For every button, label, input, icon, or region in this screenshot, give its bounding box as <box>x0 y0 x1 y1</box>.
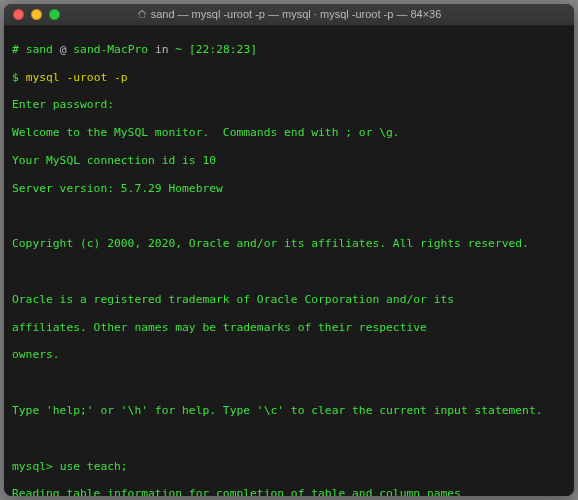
blank-line: . <box>12 432 568 446</box>
output-line: Copyright (c) 2000, 2020, Oracle and/or … <box>12 237 568 251</box>
terminal-window: sand — mysql -uroot -p — mysql · mysql -… <box>4 4 574 496</box>
blank-line: . <box>12 265 568 279</box>
output-line: Your MySQL connection id is 10 <box>12 154 568 168</box>
output-line: affiliates. Other names may be trademark… <box>12 321 568 335</box>
prompt-host: sand-MacPro <box>73 43 148 56</box>
output-line: owners. <box>12 348 568 362</box>
prompt-dollar: $ <box>12 71 19 84</box>
terminal-body[interactable]: # sand @ sand-MacPro in ~ [22:28:23] $ m… <box>4 26 574 496</box>
sql-statement: use teach; <box>60 460 128 473</box>
output-line: Server version: 5.7.29 Homebrew <box>12 182 568 196</box>
prompt-time: [22:28:23] <box>189 43 257 56</box>
traffic-lights <box>4 9 60 20</box>
output-line: Oracle is a registered trademark of Orac… <box>12 293 568 307</box>
home-icon <box>137 9 147 21</box>
prompt-at: @ <box>60 43 67 56</box>
window-title: sand — mysql -uroot -p — mysql · mysql -… <box>4 8 574 21</box>
blank-line: . <box>12 376 568 390</box>
prompt-line-1: # sand @ sand-MacPro in ~ [22:28:23] <box>12 43 568 57</box>
output-line: Enter password: <box>12 98 568 112</box>
close-icon[interactable] <box>13 9 24 20</box>
prompt-in: in <box>155 43 169 56</box>
window-title-text: sand — mysql -uroot -p — mysql · mysql -… <box>151 8 442 20</box>
maximize-icon[interactable] <box>49 9 60 20</box>
output-line: Welcome to the MySQL monitor. Commands e… <box>12 126 568 140</box>
titlebar[interactable]: sand — mysql -uroot -p — mysql · mysql -… <box>4 4 574 26</box>
prompt-line-2: $ mysql -uroot -p <box>12 71 568 85</box>
output-line: Reading table information for completion… <box>12 487 568 496</box>
blank-line: . <box>12 210 568 224</box>
output-line: Type 'help;' or '\h' for help. Type '\c'… <box>12 404 568 418</box>
prompt-hash: # <box>12 43 19 56</box>
prompt-path: ~ <box>175 43 182 56</box>
mysql-prompt: mysql> <box>12 460 53 473</box>
prompt-user: sand <box>26 43 53 56</box>
mysql-line: mysql> use teach; <box>12 460 568 474</box>
shell-command: mysql -uroot -p <box>26 71 128 84</box>
minimize-icon[interactable] <box>31 9 42 20</box>
